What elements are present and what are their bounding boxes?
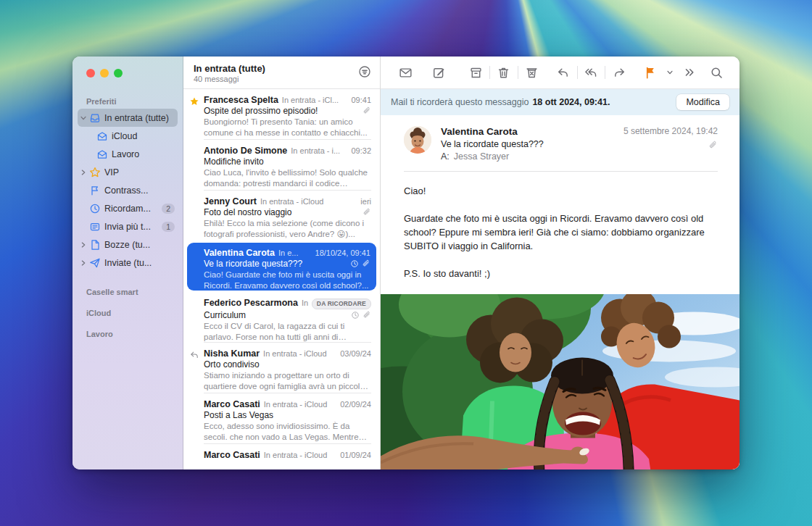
- junk-button[interactable]: [518, 63, 546, 82]
- subject: Ospite del prossimo episodio!: [204, 106, 360, 116]
- reply-button[interactable]: [550, 63, 577, 82]
- message-row[interactable]: Nisha Kumar In entrata - iCloud 03/09/24…: [183, 343, 380, 393]
- sidebar-item-inbox-all[interactable]: In entrata (tutte): [78, 109, 178, 127]
- subject: Curriculum: [204, 310, 348, 320]
- star-icon: [89, 167, 101, 178]
- mail-window: Preferiti In entrata (tutte) iCloud Lavo…: [72, 57, 740, 469]
- sidebar-item-sent[interactable]: Inviate (tu...: [78, 254, 178, 272]
- chevron-right-icon[interactable]: [80, 241, 88, 249]
- message-row[interactable]: Marco Casati In entrata - iCloud 01/09/2…: [183, 444, 380, 469]
- reply-all-button[interactable]: [578, 63, 605, 82]
- sender: Federico Pescarmona: [204, 298, 298, 308]
- filter-icon[interactable]: [358, 65, 371, 81]
- sidebar-item-reminders[interactable]: Ricordam... 2: [78, 199, 178, 217]
- forward-button[interactable]: [605, 63, 633, 82]
- sidebar-section-icloud[interactable]: iCloud: [72, 309, 183, 320]
- toolbar: [381, 57, 740, 89]
- chevron-right-icon[interactable]: [80, 168, 88, 177]
- paper-plane-icon: [89, 257, 101, 269]
- date: 18/10/24, 09:41: [315, 249, 370, 257]
- paperclip-icon: [362, 208, 371, 217]
- to-label: A:: [441, 151, 450, 162]
- send-later-icon: [89, 221, 101, 233]
- sender: Marco Casati: [204, 399, 260, 409]
- inbox-tray-icon: [89, 112, 101, 124]
- attachment-photo[interactable]: [381, 294, 740, 469]
- subject: Modifiche invito: [204, 156, 371, 167]
- recipient[interactable]: Jessa Strayer: [454, 151, 509, 162]
- reminder-clock-icon: [351, 311, 360, 320]
- traffic-lights: [72, 57, 183, 78]
- mailbox-label: In entrata - iCloud: [263, 349, 336, 358]
- edit-reminder-button[interactable]: Modifica: [676, 94, 729, 110]
- date: 01/09/24: [340, 451, 371, 459]
- flag-button[interactable]: [637, 63, 665, 82]
- subject: Posti a Las Vegas: [204, 410, 371, 420]
- message-row[interactable]: Francesca Spelta In entrata - iCl... 09:…: [183, 89, 380, 140]
- message-date: 5 settembre 2024, 19:42: [624, 126, 718, 136]
- reminder-banner: Mail ti ricorderà questo messaggio 18 ot…: [381, 89, 740, 115]
- preview: Ecco il CV di Carol, la ragazza di cui t…: [204, 321, 371, 343]
- reminder-badge: DA RICORDARE: [312, 299, 371, 309]
- sender: Nisha Kumar: [204, 348, 260, 359]
- chevron-down-icon[interactable]: [80, 114, 88, 122]
- minimize-button[interactable]: [100, 69, 109, 78]
- message-row[interactable]: Marco Casati In entrata - iCloud 02/09/2…: [183, 393, 380, 444]
- more-toolbar-items-button[interactable]: [676, 63, 703, 82]
- sidebar-item-label: In entrata (tutte): [104, 113, 178, 123]
- mailbox-label: In e...: [278, 249, 312, 257]
- date: 09:32: [351, 146, 371, 155]
- body-paragraph: P.S. Io sto davanti! ;): [404, 267, 718, 280]
- archive-button[interactable]: [462, 63, 489, 82]
- zoom-button[interactable]: [114, 69, 123, 78]
- unread-badge: 2: [162, 204, 175, 214]
- sidebar-section-lavoro[interactable]: Lavoro: [72, 330, 183, 341]
- envelope-open-icon: [96, 149, 108, 160]
- message-row-selected[interactable]: Valentina Carota In e... 18/10/24, 09:41…: [187, 243, 376, 291]
- subject: Orto condiviso: [204, 359, 371, 370]
- get-mail-button[interactable]: [392, 63, 420, 82]
- sidebar-item-label: iCloud: [112, 131, 178, 141]
- message-body: Ciao! Guardate che foto mi è uscita oggi…: [381, 172, 740, 294]
- chevron-right-icon[interactable]: [80, 259, 88, 267]
- paperclip-icon: [362, 107, 371, 115]
- sidebar-item-flagged[interactable]: Contrass...: [78, 181, 178, 199]
- sender: Marco Casati: [204, 450, 260, 460]
- sender: Francesca Spelta: [204, 95, 278, 105]
- attachment-paperclip-icon[interactable]: [624, 141, 718, 150]
- search-button[interactable]: [703, 63, 730, 82]
- date: 03/09/24: [340, 349, 371, 358]
- flag-menu-chevron-icon[interactable]: [664, 63, 675, 82]
- clock-icon: [89, 203, 101, 214]
- close-button[interactable]: [86, 69, 95, 78]
- document-icon: [89, 239, 101, 251]
- sidebar-item-inbox-lavoro[interactable]: Lavoro: [94, 145, 178, 163]
- reading-pane: Mail ti ricorderà questo messaggio 18 ot…: [381, 57, 740, 469]
- message-row[interactable]: Antonio De Simone In entrata - i... 09:3…: [183, 140, 380, 191]
- sidebar-item-label: Ricordam...: [104, 204, 162, 214]
- preview: Ehilà! Ecco la mia selezione (come dicon…: [204, 218, 371, 240]
- message-row[interactable]: Jenny Court In entrata - iCloud ieri Fot…: [183, 191, 380, 241]
- mailbox-label: In entrata - iCloud: [264, 400, 336, 409]
- date: ieri: [360, 197, 371, 206]
- message-count: 40 messaggi: [194, 75, 358, 83]
- sidebar-item-send-later[interactable]: Invia più t... 1: [78, 217, 178, 235]
- preview: Buongiorno! Ti presento Tania: un amico …: [204, 117, 371, 138]
- compose-button[interactable]: [425, 63, 452, 82]
- preview: Ecco, adesso sono invidiosissimo. È da s…: [204, 421, 371, 443]
- mailbox-title: In entrata (tutte): [194, 63, 358, 74]
- date: 09:41: [351, 96, 371, 104]
- message-list-header: In entrata (tutte) 40 messaggi: [183, 57, 380, 89]
- sender: Jenny Court: [204, 196, 257, 206]
- sidebar-section-smart-mailboxes[interactable]: Caselle smart: [72, 288, 183, 299]
- avatar[interactable]: [404, 126, 431, 154]
- unread-badge: 1: [162, 222, 175, 232]
- message-header: Valentina Carota Ve la ricordate questa?…: [381, 115, 740, 162]
- sidebar-item-inbox-icloud[interactable]: iCloud: [94, 127, 178, 145]
- sidebar-item-label: Lavoro: [112, 149, 178, 159]
- message-row[interactable]: Federico Pescarmona In ... DA RICORDARE …: [183, 292, 380, 343]
- sidebar-item-label: Invia più t...: [104, 222, 162, 232]
- sidebar-item-vip[interactable]: VIP: [78, 163, 178, 181]
- sidebar-item-drafts[interactable]: Bozze (tu...: [78, 235, 178, 254]
- trash-button[interactable]: [490, 63, 518, 82]
